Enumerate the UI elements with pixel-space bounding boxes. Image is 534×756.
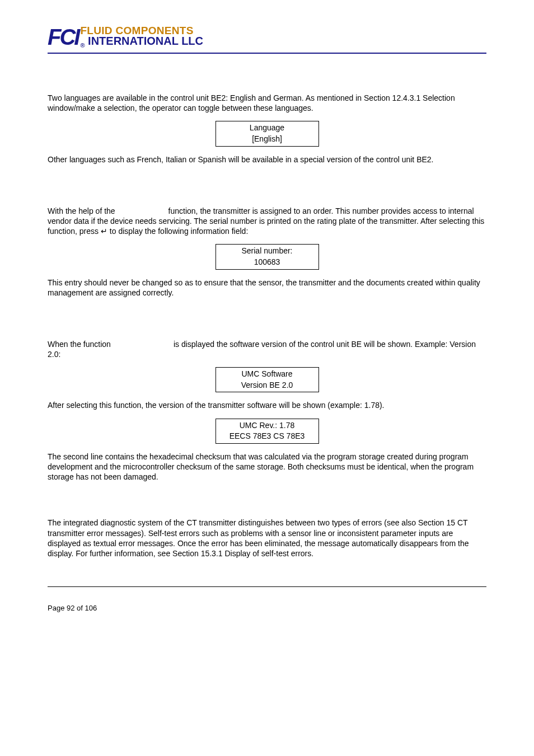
- s1-paragraph-1: Two languages are available in the contr…: [48, 93, 486, 113]
- s2-paragraph-1: With the help of the Serial number funct…: [48, 206, 486, 237]
- display-box-serial: Serial number: 100683: [216, 244, 319, 269]
- display-line: [English]: [216, 134, 318, 145]
- display-line: Serial number:: [216, 246, 318, 257]
- display-line: UMC Rev.: 1.78: [216, 420, 318, 431]
- display-line: Language: [216, 123, 318, 134]
- display-line: 100683: [216, 257, 318, 268]
- footer-divider: [48, 586, 486, 587]
- logo-line2: ® INTERNATIONAL LLC: [80, 36, 203, 48]
- s1-paragraph-2: Other languages such as French, Italian …: [48, 154, 486, 165]
- display-line: UMC Software: [216, 369, 318, 380]
- display-line: Version BE 2.0: [216, 380, 318, 391]
- display-box-umcsoftware: UMC Software Version BE 2.0: [216, 367, 319, 392]
- logo-line2-text: INTERNATIONAL LLC: [88, 35, 203, 47]
- s3-paragraph-1: When the function Software version is di…: [48, 339, 486, 359]
- s3-paragraph-2: After selecting this function, the versi…: [48, 400, 486, 410]
- logo-wrapper: FCI FLUID COMPONENTS ® INTERNATIONAL LLC: [48, 22, 486, 51]
- display-box-umcrev: UMC Rev.: 1.78 EECS 78E3 CS 78E3: [216, 419, 319, 444]
- display-box-language: Language [English]: [216, 121, 319, 146]
- page-number: Page 92 of 106: [48, 604, 486, 613]
- text-span: With the help of the: [48, 206, 118, 215]
- s2-paragraph-2: This entry should never be changed so as…: [48, 278, 486, 298]
- header-logo: FCI FLUID COMPONENTS ® INTERNATIONAL LLC: [48, 22, 486, 51]
- s3-paragraph-3: The second line contains the hexadecimal…: [48, 452, 486, 482]
- header-divider: [48, 53, 486, 54]
- logo-fci: FCI: [48, 22, 78, 51]
- logo-text: FLUID COMPONENTS ® INTERNATIONAL LLC: [80, 26, 203, 48]
- s4-paragraph-1: The integrated diagnostic system of the …: [48, 518, 486, 558]
- text-span: When the function: [48, 340, 113, 349]
- display-line: EECS 78E3 CS 78E3: [216, 431, 318, 442]
